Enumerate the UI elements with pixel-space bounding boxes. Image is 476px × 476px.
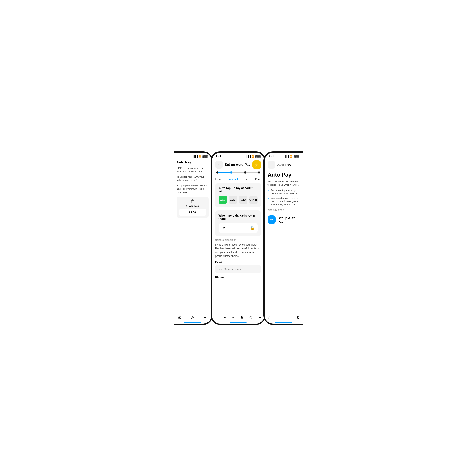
right-nav-billing[interactable]: £ bbox=[296, 315, 299, 320]
right-nav-usage[interactable]: ⚬—⚬ bbox=[278, 315, 289, 320]
menu-lines-icon: ≡ bbox=[259, 315, 261, 320]
right-home-icon: ⌂ bbox=[268, 315, 271, 320]
amount-btn-10[interactable]: £10 bbox=[219, 196, 227, 204]
balance-card: When my balance is lower than: £2 🔒 bbox=[215, 210, 261, 236]
right-status-icons: ▐▐▐ 📶 ▓▓▓ bbox=[284, 155, 299, 158]
right-time: 9:41 bbox=[269, 155, 274, 158]
amount-btn-20[interactable]: £20 bbox=[229, 196, 237, 204]
center-status-icons: ▐▐▐ 📶 ▓▓▓ bbox=[246, 155, 260, 158]
back-arrow-icon: ← bbox=[217, 163, 221, 167]
step-line-0 bbox=[218, 172, 230, 173]
usage-icon: ⚬—⚬ bbox=[223, 315, 235, 320]
email-input[interactable] bbox=[215, 265, 261, 273]
balance-value: £2 bbox=[221, 226, 225, 230]
right-page-title: Auto Pay bbox=[277, 163, 291, 166]
topup-card-title: Auto top-up my account with: bbox=[219, 186, 257, 193]
wifi-icon: 📶 bbox=[199, 155, 202, 157]
amount-options: £10 £20 £30 Other bbox=[219, 196, 257, 204]
step-label-amount: Amount bbox=[229, 178, 238, 180]
right-nav-home[interactable]: ⌂ bbox=[268, 315, 271, 320]
email-label: Email bbox=[215, 260, 261, 264]
pound-icon: £ bbox=[178, 315, 181, 320]
scene: ▐▐▐ 📶 ▓▓▓ Auto Pay c PAYG top-ups so you… bbox=[143, 143, 333, 333]
help-circle-icon: ⊙ bbox=[249, 315, 253, 320]
step-dot-0 bbox=[216, 171, 218, 174]
lightning-button[interactable]: ⚡ bbox=[253, 160, 261, 169]
signal-icon: ▐▐▐ bbox=[193, 155, 198, 157]
balance-title: When my balance is lower than: bbox=[219, 214, 257, 221]
step-label-pay: Pay bbox=[245, 178, 249, 180]
signal-icon-r: ▐▐▐ bbox=[284, 155, 289, 157]
menu-icon: ≡ bbox=[204, 315, 207, 320]
back-button[interactable]: ← bbox=[215, 161, 223, 169]
right-status-bar: 9:41 ▐▐▐ 📶 ▓▓▓ bbox=[265, 153, 303, 159]
step-line-1 bbox=[232, 172, 244, 173]
topup-card: Auto top-up my account with: £10 £20 £30… bbox=[215, 183, 261, 207]
center-nav-home[interactable]: ⌂ bbox=[215, 315, 217, 320]
left-status-icons: ▐▐▐ 📶 ▓▓▓ bbox=[193, 155, 207, 157]
setup-auto-pay-button[interactable]: ∞ Set up Auto Pay bbox=[268, 216, 301, 224]
left-nav-tab-2[interactable]: ⊙ bbox=[190, 315, 194, 320]
center-nav-billing[interactable]: £ bbox=[241, 315, 243, 320]
amount-btn-other[interactable]: Other bbox=[249, 196, 257, 204]
check-text-1: Set repeat top-ups for yo... meter when … bbox=[271, 189, 301, 195]
lightning-icon: ⚡ bbox=[254, 162, 259, 167]
left-phone-content: Auto Pay c PAYG top-ups so you never whe… bbox=[174, 158, 211, 313]
setup-btn-label: Set up Auto Pay bbox=[278, 216, 300, 223]
center-time: 9:41 bbox=[216, 155, 221, 158]
right-phone: 9:41 ▐▐▐ 📶 ▓▓▓ ← Auto Pay Auto Pay Set u… bbox=[263, 152, 303, 325]
receipt-label: NEED A RECEIPT? bbox=[215, 239, 261, 241]
stepper bbox=[212, 171, 264, 177]
left-phone: ▐▐▐ 📶 ▓▓▓ Auto Pay c PAYG top-ups so you… bbox=[174, 152, 213, 325]
infinity-icon: ∞ bbox=[268, 216, 276, 224]
center-bottom-nav: ⌂ ⚬—⚬ £ ⊙ ≡ bbox=[212, 313, 264, 323]
delete-icon: 🗑 bbox=[179, 199, 206, 204]
battery-icon: ▓▓▓ bbox=[202, 155, 207, 157]
right-billing-icon: £ bbox=[296, 315, 299, 320]
battery-icon-r: ▓▓▓ bbox=[293, 155, 299, 157]
lock-icon: 🔒 bbox=[250, 226, 255, 230]
right-phone-content: ← Auto Pay Auto Pay Set up automatic PAY… bbox=[265, 159, 303, 313]
center-status-bar: 9:41 ▐▐▐ 📶 ▓▓▓ bbox=[212, 153, 264, 159]
credit-value: £2.00 bbox=[179, 209, 206, 216]
right-main-title: Auto Pay bbox=[268, 171, 301, 178]
center-main-content: Auto top-up my account with: £10 £20 £30… bbox=[212, 183, 264, 313]
left-nav-tab-3[interactable]: ≡ bbox=[204, 315, 207, 320]
right-bottom-nav: ⌂ ⚬—⚬ £ bbox=[265, 313, 303, 323]
right-back-icon: ← bbox=[270, 163, 273, 167]
check-text-2: Your auto top-up is paid ... card, so yo… bbox=[271, 196, 301, 206]
receipt-section: NEED A RECEIPT? If you'd like a receipt … bbox=[215, 239, 261, 279]
check-item-1: ✓ Set repeat top-ups for yo... meter whe… bbox=[268, 189, 301, 195]
get-started-label: GET STARTED bbox=[268, 209, 301, 211]
battery-icon-c: ▓▓▓ bbox=[255, 155, 260, 157]
home-icon: ⌂ bbox=[215, 315, 217, 320]
step-labels: Energy Amount Pay Done bbox=[212, 177, 264, 183]
right-back-button[interactable]: ← bbox=[268, 161, 275, 169]
left-status-bar: ▐▐▐ 📶 ▓▓▓ bbox=[174, 153, 211, 158]
center-nav-menu[interactable]: ≡ bbox=[259, 315, 261, 320]
left-text-2: op-ups for your PAYG your balance reache… bbox=[177, 175, 208, 182]
step-label-done: Done bbox=[255, 178, 261, 180]
right-usage-icon: ⚬—⚬ bbox=[278, 315, 289, 320]
left-nav-tab-1[interactable]: £ bbox=[178, 315, 181, 320]
divider bbox=[268, 213, 301, 213]
right-main-text: Set up automatic PAYG top-u... forget to… bbox=[268, 180, 301, 187]
center-nav-usage[interactable]: ⚬—⚬ bbox=[223, 315, 235, 320]
center-nav-header: ← Set up Auto Pay ⚡ bbox=[212, 159, 264, 171]
amount-btn-30[interactable]: £30 bbox=[239, 196, 247, 204]
step-line-2 bbox=[246, 172, 258, 173]
credit-label: Credit limit bbox=[179, 205, 206, 208]
phone-label: Phone bbox=[215, 276, 261, 279]
center-phone: 9:41 ▐▐▐ 📶 ▓▓▓ ← Set up Auto Pay ⚡ bbox=[211, 152, 266, 325]
help-icon: ⊙ bbox=[190, 315, 194, 320]
center-nav-title: Set up Auto Pay bbox=[224, 163, 250, 167]
left-credit-section: 🗑 Credit limit £2.00 bbox=[177, 197, 208, 218]
signal-icon-c: ▐▐▐ bbox=[246, 155, 251, 157]
billing-icon: £ bbox=[241, 315, 243, 320]
step-dot-2 bbox=[244, 171, 246, 174]
check-item-2: ✓ Your auto top-up is paid ... card, so … bbox=[268, 196, 301, 206]
balance-row: £2 🔒 bbox=[219, 223, 257, 233]
wifi-icon-r: 📶 bbox=[290, 155, 293, 158]
left-title: Auto Pay bbox=[177, 160, 208, 164]
center-nav-help[interactable]: ⊙ bbox=[249, 315, 253, 320]
